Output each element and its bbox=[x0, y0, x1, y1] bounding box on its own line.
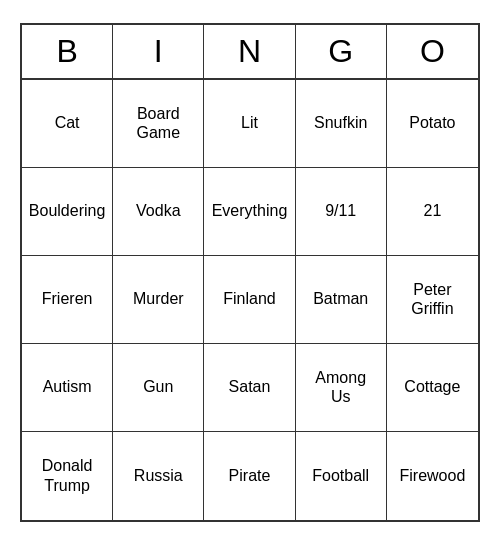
cell-text: Russia bbox=[134, 466, 183, 485]
cell-text: Frieren bbox=[42, 289, 93, 308]
bingo-cell[interactable]: Potato bbox=[387, 80, 478, 168]
bingo-cell[interactable]: Frieren bbox=[22, 256, 113, 344]
bingo-cell[interactable]: Cat bbox=[22, 80, 113, 168]
cell-text: Vodka bbox=[136, 201, 180, 220]
cell-text: Snufkin bbox=[314, 113, 367, 132]
bingo-cell[interactable]: Firewood bbox=[387, 432, 478, 520]
cell-text: DonaldTrump bbox=[42, 456, 93, 494]
bingo-header: BINGO bbox=[22, 25, 478, 80]
cell-text: Autism bbox=[43, 377, 92, 396]
cell-text: Everything bbox=[212, 201, 288, 220]
cell-text: Satan bbox=[229, 377, 271, 396]
cell-text: 21 bbox=[423, 201, 441, 220]
cell-text: PeterGriffin bbox=[411, 280, 453, 318]
bingo-cell[interactable]: Russia bbox=[113, 432, 204, 520]
bingo-cell[interactable]: Snufkin bbox=[296, 80, 387, 168]
bingo-cell[interactable]: Autism bbox=[22, 344, 113, 432]
header-letter: I bbox=[113, 25, 204, 78]
bingo-cell[interactable]: PeterGriffin bbox=[387, 256, 478, 344]
bingo-cell[interactable]: Satan bbox=[204, 344, 295, 432]
header-letter: O bbox=[387, 25, 478, 78]
bingo-cell[interactable]: Football bbox=[296, 432, 387, 520]
bingo-cell[interactable]: Cottage bbox=[387, 344, 478, 432]
bingo-cell[interactable]: 9/11 bbox=[296, 168, 387, 256]
bingo-card: BINGO CatBoardGameLitSnufkinPotatoBoulde… bbox=[20, 23, 480, 522]
bingo-cell[interactable]: Murder bbox=[113, 256, 204, 344]
cell-text: Murder bbox=[133, 289, 184, 308]
bingo-cell[interactable]: Bouldering bbox=[22, 168, 113, 256]
cell-text: Firewood bbox=[399, 466, 465, 485]
bingo-cell[interactable]: DonaldTrump bbox=[22, 432, 113, 520]
cell-text: Football bbox=[312, 466, 369, 485]
bingo-cell[interactable]: Batman bbox=[296, 256, 387, 344]
bingo-cell[interactable]: AmongUs bbox=[296, 344, 387, 432]
cell-text: Batman bbox=[313, 289, 368, 308]
cell-text: Pirate bbox=[229, 466, 271, 485]
cell-text: Lit bbox=[241, 113, 258, 132]
cell-text: 9/11 bbox=[325, 201, 356, 220]
header-letter: N bbox=[204, 25, 295, 78]
cell-text: AmongUs bbox=[315, 368, 366, 406]
header-letter: G bbox=[296, 25, 387, 78]
cell-text: Bouldering bbox=[29, 201, 106, 220]
cell-text: Finland bbox=[223, 289, 275, 308]
cell-text: Cottage bbox=[404, 377, 460, 396]
bingo-grid: CatBoardGameLitSnufkinPotatoBoulderingVo… bbox=[22, 80, 478, 520]
bingo-cell[interactable]: Everything bbox=[204, 168, 295, 256]
cell-text: Cat bbox=[55, 113, 80, 132]
bingo-cell[interactable]: Gun bbox=[113, 344, 204, 432]
bingo-cell[interactable]: 21 bbox=[387, 168, 478, 256]
cell-text: Gun bbox=[143, 377, 173, 396]
bingo-cell[interactable]: Finland bbox=[204, 256, 295, 344]
cell-text: Potato bbox=[409, 113, 455, 132]
cell-text: BoardGame bbox=[137, 104, 181, 142]
bingo-cell[interactable]: Vodka bbox=[113, 168, 204, 256]
bingo-cell[interactable]: Lit bbox=[204, 80, 295, 168]
header-letter: B bbox=[22, 25, 113, 78]
bingo-cell[interactable]: BoardGame bbox=[113, 80, 204, 168]
bingo-cell[interactable]: Pirate bbox=[204, 432, 295, 520]
